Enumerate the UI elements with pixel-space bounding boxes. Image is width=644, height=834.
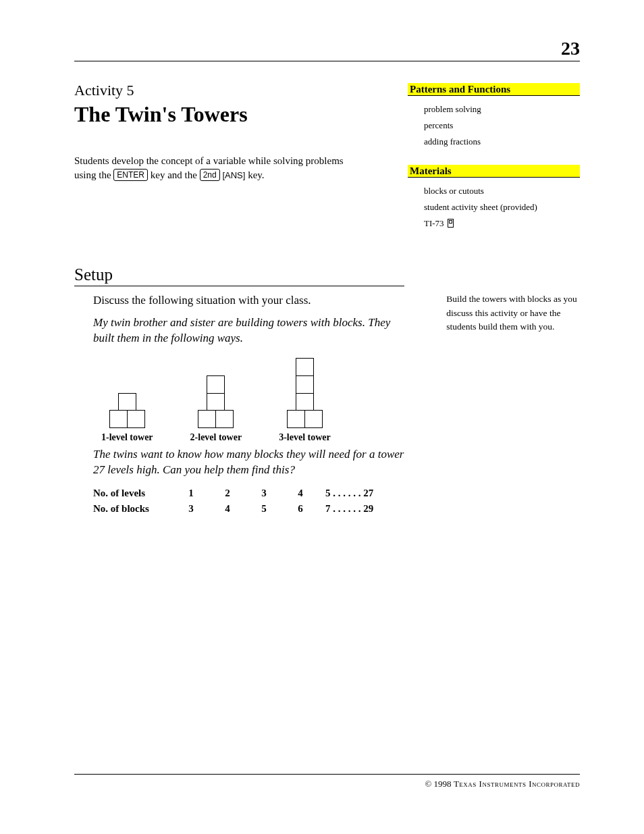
sidebar-item: TI-73 — [424, 215, 580, 232]
tower-2 — [198, 376, 234, 428]
calculator-icon — [448, 219, 454, 228]
activity-label: Activity 5 — [74, 82, 387, 99]
row-label-blocks: No. of blocks — [93, 503, 173, 515]
calculator-label: TI-73 — [424, 218, 444, 228]
table-cell: 3 — [173, 503, 209, 515]
side-note: Build the towers with blocks as you disc… — [446, 292, 580, 519]
sidebar-heading-materials: Materials — [408, 165, 580, 178]
sidebar-item: problem solving — [424, 101, 580, 118]
sidebar-heading-patterns: Patterns and Functions — [408, 83, 580, 96]
sidebar-item: student activity sheet (provided) — [424, 199, 580, 215]
setup-heading: Setup — [74, 265, 404, 286]
towers-diagram: 1-level tower 2-level tower — [101, 359, 404, 443]
page-number: 23 — [561, 38, 580, 59]
intro-post: key. — [245, 170, 264, 180]
footer: © 1998 Texas Instruments Incorporated — [74, 774, 580, 789]
levels-blocks-table: No. of levels 1 2 3 4 5 . . . . . . 27 N… — [93, 488, 404, 515]
setup-line-3: The twins want to know how many blocks t… — [93, 447, 404, 478]
table-cell: 1 — [173, 488, 209, 499]
table-cell: 5 — [246, 503, 282, 515]
sidebar-list-materials: blocks or cutouts student activity sheet… — [424, 183, 580, 232]
setup-line-1: Discuss the following situation with you… — [93, 293, 404, 309]
table-row: No. of blocks 3 4 5 6 7 . . . . . . 29 — [93, 503, 404, 515]
tower-1 — [109, 394, 145, 429]
table-row: No. of levels 1 2 3 4 5 . . . . . . 27 — [93, 488, 404, 499]
intro-mid: key and the — [148, 170, 200, 180]
sidebar-item: adding fractions — [424, 134, 580, 150]
top-rule — [74, 61, 580, 61]
tower-2-label: 2-level tower — [190, 432, 242, 443]
tower-1-label: 1-level tower — [101, 432, 153, 443]
enter-key-icon: ENTER — [113, 169, 148, 181]
tower-3 — [287, 359, 323, 428]
table-cell: 4 — [209, 503, 246, 515]
table-cell: 4 — [282, 488, 319, 499]
sidebar-list-topics: problem solving percents adding fraction… — [424, 101, 580, 150]
intro-text: Students develop the concept of a variab… — [74, 154, 365, 182]
sidebar-item: percents — [424, 118, 580, 134]
company-name: Texas Instruments Incorporated — [454, 779, 580, 789]
table-cell: 6 — [282, 503, 319, 515]
table-cell: 3 — [246, 488, 282, 499]
ans-key-icon: [ANS] — [222, 170, 245, 180]
tower-3-label: 3-level tower — [279, 432, 331, 443]
table-cell: 7 . . . . . . 29 — [319, 503, 393, 515]
copyright-text: © 1998 — [425, 779, 453, 789]
second-key-icon: 2nd — [200, 169, 220, 181]
setup-line-2: My twin brother and sister are building … — [93, 315, 404, 346]
sidebar-item: blocks or cutouts — [424, 183, 580, 199]
row-label-levels: No. of levels — [93, 488, 173, 499]
page-title: The Twin's Towers — [74, 102, 387, 127]
table-cell: 5 . . . . . . 27 — [319, 488, 393, 499]
table-cell: 2 — [209, 488, 246, 499]
